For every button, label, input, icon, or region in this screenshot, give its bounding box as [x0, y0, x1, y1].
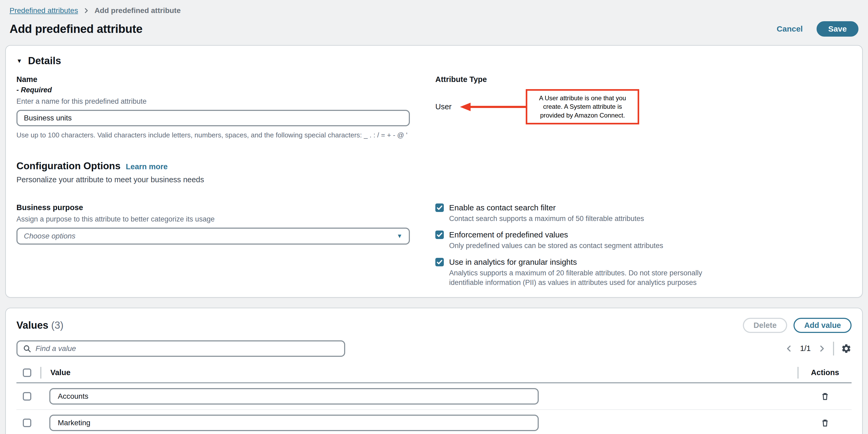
checked-checkbox-icon [435, 231, 444, 239]
search-filter-description: Contact search supports a maximum of 50 … [449, 214, 706, 223]
settings-button[interactable] [841, 343, 851, 354]
options-checkbox-list: Enable as contact search filter Contact … [435, 203, 851, 288]
enforcement-description: Only predefined values can be stored as … [449, 241, 706, 251]
analytics-checkbox[interactable]: Use in analytics for granular insights [435, 258, 851, 267]
details-section-toggle[interactable]: ▼ Details [17, 55, 851, 66]
details-section-title: Details [28, 55, 61, 66]
attribute-type-group: Attribute Type User A User attribute is … [435, 75, 851, 139]
add-value-button[interactable]: Add value [794, 318, 851, 333]
checked-checkbox-icon [435, 258, 444, 266]
chevron-right-icon [818, 344, 826, 353]
trash-icon [820, 418, 830, 427]
chevron-right-icon [83, 7, 90, 14]
checkbox-item-enforcement: Enforcement of predefined values Only pr… [435, 230, 851, 251]
pagination-controls: 1/1 [785, 342, 851, 355]
values-toolbar: 1/1 [17, 340, 851, 357]
values-buttons: Delete Add value [743, 318, 851, 333]
page-title: Add predefined attribute [9, 22, 143, 35]
configuration-options-group: Configuration Options Learn more Persona… [17, 161, 410, 184]
values-header: Values (3) Delete Add value [17, 318, 851, 333]
annotation-arrow-icon [460, 103, 471, 111]
configuration-options-subtitle: Personalize your attribute to meet your … [17, 175, 410, 184]
breadcrumb-link-predefined-attributes[interactable]: Predefined attributes [9, 6, 78, 15]
business-purpose-description: Assign a purpose to this attribute to be… [17, 215, 410, 223]
page: Predefined attributes Add predefined att… [0, 0, 868, 434]
configuration-options-title: Configuration Options [17, 161, 121, 172]
row-checkbox[interactable] [23, 392, 31, 401]
breadcrumb: Predefined attributes Add predefined att… [9, 6, 863, 15]
values-title: Values (3) [17, 320, 63, 331]
values-table: Value Actions [17, 365, 851, 434]
checked-checkbox-icon [435, 203, 444, 212]
delete-button[interactable]: Delete [743, 318, 787, 333]
chevron-left-icon [785, 344, 793, 353]
business-purpose-label: Business purpose [17, 203, 410, 212]
previous-page-button[interactable] [785, 344, 793, 353]
dropdown-caret-icon: ▼ [397, 233, 402, 239]
analytics-label: Use in analytics for granular insights [449, 258, 577, 267]
table-row [17, 383, 851, 410]
next-page-button[interactable] [818, 344, 826, 353]
search-icon [23, 344, 31, 353]
trash-icon [820, 392, 830, 401]
gear-icon [841, 343, 851, 354]
select-all-checkbox[interactable] [23, 369, 31, 377]
attribute-type-label: Attribute Type [435, 75, 851, 84]
delete-row-button[interactable] [820, 392, 830, 401]
toolbar-divider [833, 342, 834, 355]
attribute-type-value: User [435, 103, 452, 111]
breadcrumb-current: Add predefined attribute [94, 6, 181, 15]
annotation-callout: A User attribute is one that you create.… [526, 89, 639, 124]
business-purpose-placeholder: Choose options [24, 232, 75, 240]
details-card: ▼ Details Name - Required Enter a name f… [5, 45, 863, 298]
value-input[interactable] [49, 415, 539, 431]
name-field-group: Name - Required Enter a name for this pr… [17, 75, 410, 139]
enforcement-checkbox[interactable]: Enforcement of predefined values [435, 230, 851, 239]
actions-column-header: Actions [799, 368, 851, 377]
name-help-text: Use up to 100 characters. Valid characte… [17, 131, 410, 139]
values-title-text: Values [17, 320, 48, 331]
business-purpose-group: Business purpose Assign a purpose to thi… [17, 203, 410, 288]
header-actions: Cancel Save [777, 21, 859, 37]
analytics-description: Analytics supports a maximum of 20 filte… [449, 268, 706, 288]
header-divider [40, 367, 41, 379]
business-purpose-select[interactable]: Choose options ▼ [17, 228, 410, 244]
name-description: Enter a name for this predefined attribu… [17, 97, 410, 106]
name-required-label: - Required [17, 86, 410, 94]
attribute-type-row: User A User attribute is one that you cr… [435, 89, 851, 124]
annotation-arrow-shaft [471, 106, 526, 108]
cancel-button[interactable]: Cancel [777, 24, 803, 33]
value-search-input[interactable] [35, 344, 339, 353]
enforcement-label: Enforcement of predefined values [449, 230, 568, 239]
page-indicator: 1/1 [800, 344, 811, 353]
checkbox-item-analytics: Use in analytics for granular insights A… [435, 258, 851, 288]
values-table-header: Value Actions [17, 365, 851, 383]
search-filter-checkbox[interactable]: Enable as contact search filter [435, 203, 851, 212]
save-button[interactable]: Save [816, 21, 859, 37]
table-row [17, 410, 851, 434]
value-search-box [17, 340, 345, 357]
learn-more-link[interactable]: Learn more [126, 162, 168, 171]
name-label: Name [17, 75, 410, 84]
config-row-spacer [435, 139, 851, 184]
details-grid: Name - Required Enter a name for this pr… [17, 75, 851, 288]
value-column-header: Value [50, 368, 70, 377]
collapse-triangle-icon: ▼ [17, 58, 22, 64]
values-card: Values (3) Delete Add value [5, 308, 863, 434]
values-count: (3) [51, 320, 63, 331]
delete-row-button[interactable] [820, 418, 830, 427]
value-input[interactable] [49, 388, 539, 405]
search-filter-label: Enable as contact search filter [449, 203, 556, 212]
row-checkbox[interactable] [23, 418, 31, 427]
checkbox-item-search-filter: Enable as contact search filter Contact … [435, 203, 851, 223]
name-input[interactable] [17, 110, 410, 126]
page-header: Add predefined attribute Cancel Save [9, 21, 859, 37]
